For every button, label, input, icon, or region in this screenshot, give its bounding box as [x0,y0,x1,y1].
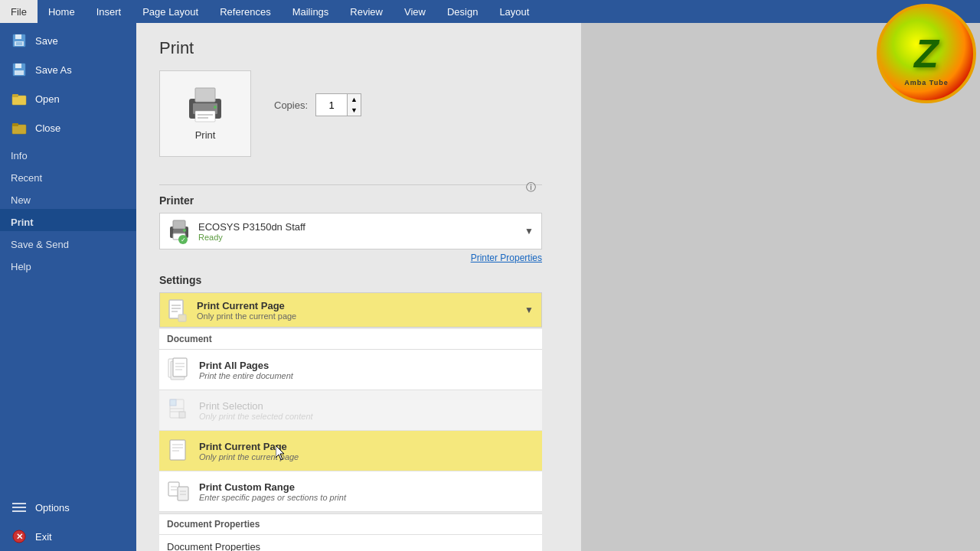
svg-rect-45 [170,440,185,460]
svg-point-27 [183,229,186,232]
copies-row: Copies: 1 ▲ ▼ [274,93,361,116]
sidebar-item-info[interactable]: Info [0,142,136,165]
doc-props-item[interactable]: Document Properties [159,535,542,551]
sidebar-exit-label: Exit [35,531,52,543]
printer-status: Ready [198,233,524,242]
settings-dropdown-text: Print Current Page Only print the curren… [197,300,524,321]
print-selection-title: Print Selection [199,400,534,412]
open-icon [11,90,28,107]
sidebar-item-save-as[interactable]: Save As [0,55,136,84]
copies-input[interactable]: 1 ▲ ▼ [315,93,361,116]
print-custom-range-icon [167,479,191,504]
sidebar-item-help[interactable]: Help [0,253,136,276]
printer-section-label: Printer [159,194,542,207]
logo-overlay: Z Amba Tube [873,0,980,107]
sidebar-item-save-send[interactable]: Save & Send [0,231,136,253]
sidebar-item-options[interactable]: Options [0,493,136,522]
printer-ready-badge: ✓ [178,235,188,244]
printer-dropdown-arrow[interactable]: ▼ [524,226,534,236]
tab-page-layout[interactable]: Page Layout [132,0,209,23]
print-custom-range-title: Print Custom Range [199,481,534,493]
tab-review[interactable]: Review [339,0,394,23]
sidebar-item-save[interactable]: Save [0,26,136,55]
svg-rect-41 [170,399,176,406]
option-print-current-page[interactable]: Print Current Page Only print the curren… [159,431,542,471]
sidebar-item-open[interactable]: Open [0,84,136,113]
sidebar-save-as-label: Save As [35,64,72,76]
print-current-page-text: Print Current Page Only print the curren… [199,441,534,461]
printer-info: ECOSYS P3150dn Staff Ready [198,221,524,242]
copies-up-arrow[interactable]: ▲ [348,94,361,105]
tab-view[interactable]: View [394,0,436,23]
print-current-page-title: Print Current Page [199,441,534,452]
svg-rect-8 [12,94,18,97]
svg-rect-10 [12,123,18,126]
svg-rect-44 [179,412,185,418]
svg-rect-36 [173,358,187,377]
print-selection-icon [167,398,191,422]
svg-point-22 [214,106,217,109]
svg-rect-20 [198,114,213,116]
option-print-custom-range[interactable]: Print Custom Range Enter specific pages … [159,471,542,512]
divider-printer [159,184,542,185]
info-icon[interactable]: ⓘ [526,181,536,194]
tab-home[interactable]: Home [38,0,86,23]
current-setting-title: Print Current Page [197,300,524,311]
doc-props-label: Document Properties [159,514,542,535]
settings-dropdown[interactable]: Print Current Page Only print the curren… [159,292,542,328]
print-all-pages-icon [167,357,191,382]
save-as-icon [11,61,28,78]
svg-rect-19 [195,111,215,122]
sidebar: Save Save As Open [0,23,136,551]
printer-name: ECOSYS P3150dn Staff [198,221,524,233]
print-panel: Print Print [136,23,581,551]
sidebar-item-exit[interactable]: ✕ Exit [0,522,136,551]
copies-section: Copies: 1 ▲ ▼ [274,70,361,132]
print-custom-range-text: Print Custom Range Enter specific pages … [199,481,534,502]
tab-references[interactable]: References [209,0,281,23]
svg-rect-6 [15,70,24,75]
sidebar-close-label: Close [35,122,60,134]
sidebar-item-close[interactable]: Close [0,113,136,142]
tab-layout[interactable]: Layout [488,0,540,23]
sidebar-item-recent[interactable]: Recent [0,165,136,187]
copies-label: Copies: [274,99,308,111]
tab-insert[interactable]: Insert [86,0,132,23]
sidebar-options-label: Options [35,502,70,514]
printer-properties-link[interactable]: Printer Properties [159,253,542,263]
ribbon: File Home Insert Page Layout References … [0,0,980,23]
print-all-pages-title: Print All Pages [199,360,534,371]
svg-rect-50 [178,487,188,500]
exit-icon: ✕ [11,528,28,545]
doc-props-section: Document Properties Document Properties [159,514,542,551]
options-icon [11,499,28,516]
printer-section: Printer ⓘ ✓ [159,194,542,263]
sidebar-item-print[interactable]: Print [0,209,136,231]
main-content: Save Save As Open [0,23,980,551]
settings-dropdown-arrow[interactable]: ▼ [524,305,534,315]
print-all-pages-desc: Print the entire document [199,371,534,380]
option-print-selection: Print Selection Only print the selected … [159,390,542,431]
print-current-page-desc: Only print the current page [199,452,534,461]
printer-selector[interactable]: ✓ ECOSYS P3150dn Staff Ready ▼ [159,213,542,249]
copies-down-arrow[interactable]: ▼ [348,105,361,116]
svg-rect-21 [198,117,208,119]
settings-section-label: Settings [159,274,542,286]
svg-rect-11 [12,503,26,504]
copies-arrows[interactable]: ▲ ▼ [347,94,361,116]
current-setting-desc: Only print the current page [197,311,524,321]
print-current-page-icon [167,439,191,463]
sidebar-save-label: Save [35,35,58,47]
tab-mailings[interactable]: Mailings [282,0,340,23]
logo-circle: Z Amba Tube [877,4,976,103]
sidebar-item-new[interactable]: New [0,187,136,209]
save-icon [11,32,28,49]
option-print-all-pages[interactable]: Print All Pages Print the entire documen… [159,350,542,390]
settings-dropdown-icon [168,299,189,321]
svg-rect-18 [195,88,215,102]
tab-design[interactable]: Design [436,0,488,23]
print-panel-inner: Print Print [159,38,542,551]
document-section-header: Document [159,329,542,350]
print-button[interactable]: Print [159,70,251,157]
tab-file[interactable]: File [0,0,38,23]
